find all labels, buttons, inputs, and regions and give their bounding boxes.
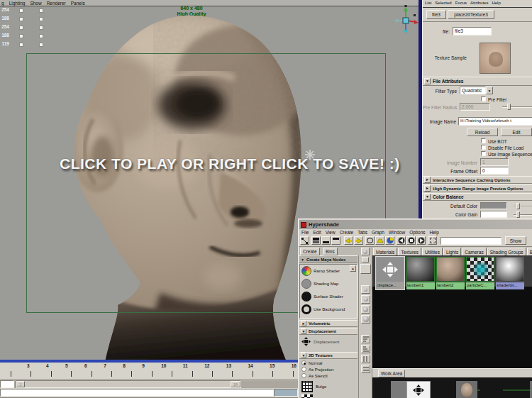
material-swatch-shaderglow[interactable]: shaderGl... <box>496 257 524 289</box>
panel-toggle-icon[interactable] <box>361 248 370 255</box>
previous-graph-icon[interactable] <box>344 236 353 245</box>
layout-top-icon[interactable] <box>331 236 340 245</box>
reload-button[interactable]: Reload <box>467 128 498 136</box>
sort-by-name-icon[interactable] <box>361 335 370 343</box>
interactive-sequence-caching-header[interactable]: ► Interactive Sequence Caching Options <box>423 176 532 184</box>
connector-tool-icon[interactable] <box>300 236 309 245</box>
channel-toggle-column-1[interactable] <box>19 9 23 47</box>
panel-menu-item[interactable]: Show <box>30 1 41 6</box>
swatch-size-xlarge-icon[interactable] <box>361 315 370 324</box>
video-overlay-caption[interactable]: CLICK TO PLAY OR RIGHT CLICK TO SAVE! :) <box>60 155 400 172</box>
frame-offset-field[interactable]: 0 <box>480 167 509 175</box>
ae-menu-item[interactable]: Focus <box>455 1 467 5</box>
placement-option-as-stencil[interactable]: As Stencil <box>301 373 328 378</box>
file-attributes-header[interactable]: ▼ File Attributes <box>423 77 532 86</box>
placement-option-normal[interactable]: Normal <box>301 360 322 365</box>
show-button[interactable]: Show <box>505 236 526 245</box>
translate-manipulator-icon[interactable] <box>390 4 421 36</box>
use-image-sequence-checkbox[interactable] <box>481 151 486 156</box>
scroll-up-icon[interactable]: ▲ <box>350 265 356 272</box>
expand-arrow-icon[interactable]: ► <box>301 321 306 326</box>
clear-graph-icon[interactable] <box>365 236 375 245</box>
channel-toggle-column-2[interactable] <box>39 9 43 47</box>
edit-button[interactable]: Edit <box>501 128 532 136</box>
hypershade-menu-item[interactable]: Window <box>389 230 405 235</box>
ae-menu-item[interactable]: Attributes <box>470 1 488 5</box>
output-connections-icon[interactable] <box>416 236 426 245</box>
create-item-surface-shader[interactable]: Surface Shader <box>301 292 343 302</box>
create-item-ramp-shader[interactable]: Ramp Shader <box>301 266 340 276</box>
panel-menu-item[interactable]: Panels <box>71 1 85 6</box>
disable-file-load-checkbox[interactable] <box>481 145 486 150</box>
radio-icon[interactable] <box>301 367 306 372</box>
input-output-connections-icon[interactable] <box>406 236 416 245</box>
collapse-arrow-icon[interactable]: ▼ <box>301 353 306 358</box>
range-start-field[interactable] <box>0 380 14 388</box>
material-swatch-particlecloud[interactable]: particleC... <box>466 257 494 289</box>
show-connections-icon[interactable] <box>385 236 394 245</box>
panel-menu-item[interactable]: Lighting <box>9 1 26 6</box>
work-node-displacement[interactable] <box>406 381 431 398</box>
use-bot-checkbox[interactable] <box>481 138 486 143</box>
collapse-arrow-icon[interactable]: ▼ <box>424 78 431 84</box>
pre-filter-radius-slider-handle[interactable] <box>507 104 511 110</box>
strip-small-button[interactable] <box>362 257 369 262</box>
tab-work-area[interactable]: Work Area <box>378 370 405 377</box>
filter-type-dropdown[interactable]: Quadratic <box>460 87 486 94</box>
swatch-size-medium-icon[interactable] <box>361 295 370 304</box>
work-area-view[interactable] <box>372 377 532 398</box>
create-item-use-background[interactable]: Use Background <box>301 304 345 314</box>
sort-by-type-icon[interactable] <box>361 345 370 353</box>
create-item-checker-partial[interactable] <box>301 394 313 398</box>
hypershade-menu-item[interactable]: File <box>301 230 309 235</box>
default-color-slider-handle[interactable] <box>516 203 520 209</box>
expand-arrow-icon[interactable]: ► <box>424 177 431 183</box>
hypershade-titlebar[interactable]: Hypershade <box>299 220 532 229</box>
swatch-size-small-icon[interactable] <box>361 285 370 294</box>
color-gain-slider-handle[interactable] <box>516 211 520 218</box>
range-slider[interactable]: 1 24 <box>16 380 241 388</box>
tab-bins[interactable]: Bins <box>323 248 338 255</box>
texture-sample-swatch[interactable] <box>480 43 511 74</box>
radio-icon[interactable] <box>301 373 306 378</box>
volumetric-section-header[interactable]: ► Volumetric <box>299 320 358 327</box>
collapse-arrow-icon[interactable]: ▼ <box>301 328 306 334</box>
default-color-swatch[interactable] <box>480 202 507 209</box>
hypershade-menu-item[interactable]: Graph <box>372 230 384 235</box>
file-node-input[interactable]: file3 <box>453 27 492 35</box>
ae-tab-place2dtexture3[interactable]: place2dTexture3 <box>448 10 494 19</box>
frame-all-icon[interactable] <box>428 236 437 245</box>
panel-menu-item[interactable]: g <box>1 1 4 6</box>
ae-menu-item[interactable]: List <box>425 1 431 5</box>
sort-descending-icon[interactable] <box>361 365 370 373</box>
ae-menu-item[interactable]: Help <box>492 1 500 5</box>
filter-text-input[interactable] <box>440 237 501 245</box>
color-balance-header[interactable]: ▼ Color Balance <box>423 193 532 201</box>
hdr-preview-header[interactable]: ► High Dynamic Range Image Preview Optio… <box>423 184 532 192</box>
displacement-section-header[interactable]: ▼ Displacement <box>299 328 358 335</box>
filter-type-dropdown-arrow-icon[interactable]: ▼ <box>486 87 493 94</box>
create-item-displacement[interactable]: Displacement <box>301 337 339 346</box>
layout-bottom-icon[interactable] <box>321 236 331 245</box>
create-maya-nodes-header[interactable]: ▼ Create Maya Nodes <box>299 255 358 263</box>
range-handle-end[interactable]: 24 <box>231 381 240 387</box>
sort-ascending-icon[interactable] <box>361 355 370 363</box>
rearrange-graph-icon[interactable] <box>375 236 384 245</box>
ae-tab-file3[interactable]: file3 <box>426 10 446 19</box>
ae-menu-item[interactable]: Selected <box>435 1 451 5</box>
tab-create[interactable]: Create <box>300 248 320 255</box>
hypershade-menu-item[interactable]: Tabs <box>358 230 367 235</box>
hypershade-menu-item[interactable]: Create <box>340 230 354 235</box>
time-slider[interactable]: 345678910111213141516 <box>0 363 298 380</box>
create-item-bulge[interactable]: Bulge <box>301 381 326 392</box>
strip-large-button[interactable] <box>360 264 371 274</box>
image-name-input[interactable]: H:\Training Videos\zbrush t <box>458 117 532 126</box>
material-swatch-displacement[interactable]: displace... <box>375 256 405 290</box>
expand-arrow-icon[interactable]: ► <box>424 185 431 192</box>
material-swatch-lambert2[interactable]: lambert2 <box>436 257 465 289</box>
command-line-input[interactable] <box>0 389 274 397</box>
work-node-partial[interactable] <box>391 381 406 398</box>
material-swatch-lambert1[interactable]: lambert1 <box>406 257 435 289</box>
hypershade-menu-item[interactable]: View <box>326 230 336 235</box>
create-item-shading-map[interactable]: Shading Map <box>301 279 338 289</box>
